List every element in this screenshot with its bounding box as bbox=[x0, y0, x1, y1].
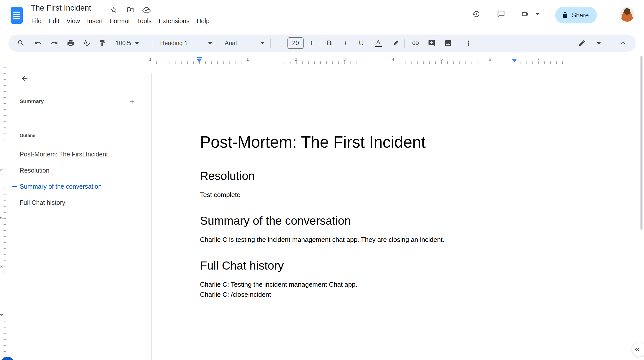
doc-heading-1[interactable]: Post-Mortem: The First Incident bbox=[200, 133, 426, 151]
ruler-label: 1 bbox=[246, 57, 249, 62]
print-icon[interactable] bbox=[64, 36, 78, 50]
bold-label: B bbox=[327, 39, 332, 47]
menu-view[interactable]: View bbox=[63, 16, 83, 26]
font-size-input[interactable]: 20 bbox=[287, 37, 304, 49]
video-call-icon[interactable] bbox=[517, 7, 533, 22]
star-icon[interactable] bbox=[109, 5, 119, 15]
menu-help[interactable]: Help bbox=[193, 16, 213, 26]
lock-icon bbox=[562, 12, 568, 18]
paint-format-icon[interactable] bbox=[95, 36, 109, 50]
menu-format[interactable]: Format bbox=[106, 16, 133, 26]
menu-edit[interactable]: Edit bbox=[45, 16, 63, 26]
outline-item-full-chat-history[interactable]: Full Chat history bbox=[0, 194, 146, 211]
right-indent-marker[interactable] bbox=[512, 59, 517, 62]
add-comment-icon[interactable] bbox=[425, 36, 439, 50]
cloud-status-icon[interactable] bbox=[142, 5, 151, 15]
font-family-caret-icon bbox=[260, 42, 265, 44]
horizontal-ruler[interactable]: 1 1 2 3 4 5 6 7 bbox=[0, 52, 644, 64]
insert-image-icon[interactable] bbox=[441, 36, 455, 50]
doc-paragraph-chat-line1[interactable]: Charlie C: Testing the incident manageme… bbox=[200, 279, 357, 289]
search-menus-icon[interactable] bbox=[14, 36, 28, 50]
doc-paragraph-chat-line2[interactable]: Charlie C: /closeIncident bbox=[200, 289, 271, 300]
more-options-icon[interactable] bbox=[461, 36, 476, 50]
outline-item-resolution[interactable]: Resolution bbox=[0, 162, 146, 178]
add-summary-icon[interactable] bbox=[126, 95, 139, 108]
outline-item-label: Resolution bbox=[20, 167, 49, 174]
outline-section-title: Outline bbox=[20, 133, 35, 138]
menu-file[interactable]: File bbox=[28, 16, 45, 26]
toolbar-divider bbox=[458, 39, 458, 48]
version-history-icon[interactable] bbox=[469, 7, 484, 22]
zoom-select[interactable]: 100% bbox=[113, 36, 151, 50]
undo-icon[interactable] bbox=[31, 36, 45, 50]
ruler-ticks bbox=[151, 61, 563, 64]
highlight-color-icon[interactable] bbox=[389, 36, 403, 50]
docs-logo-lines bbox=[13, 12, 20, 19]
bold-button[interactable]: B bbox=[322, 36, 336, 50]
menubar: File Edit View Insert Format Tools Exten… bbox=[28, 16, 213, 26]
ruler-label: 3 bbox=[343, 57, 345, 62]
vertical-scrollbar[interactable] bbox=[640, 56, 642, 230]
toolbar-divider bbox=[320, 39, 320, 48]
left-indent-marker[interactable] bbox=[197, 59, 202, 62]
ruler-label: 7 bbox=[537, 57, 539, 62]
outline-item-post-mortem[interactable]: Post-Mortem: The First Incident bbox=[0, 146, 146, 162]
doc-heading-chat-history[interactable]: Full Chat history bbox=[200, 259, 284, 272]
toolbar-divider bbox=[218, 39, 218, 48]
font-family-value: Arial bbox=[225, 40, 237, 47]
text-color-label: A bbox=[376, 39, 380, 45]
spellcheck-icon[interactable] bbox=[80, 36, 94, 50]
bottom-left-blue-button[interactable] bbox=[1, 357, 14, 360]
decrease-font-size-icon[interactable] bbox=[272, 36, 286, 50]
underline-label: U bbox=[359, 39, 364, 47]
increase-font-size-icon[interactable] bbox=[305, 36, 319, 50]
insert-link-icon[interactable] bbox=[408, 36, 423, 50]
collapse-side-panel-button[interactable] bbox=[632, 342, 644, 357]
share-button[interactable]: Share bbox=[555, 7, 597, 23]
editing-mode-select[interactable] bbox=[576, 36, 603, 50]
zoom-caret-icon bbox=[135, 42, 139, 44]
outline-list: Post-Mortem: The First Incident Resoluti… bbox=[0, 146, 146, 211]
ruler-label: 2 bbox=[295, 57, 297, 62]
ruler-label: 5 bbox=[440, 57, 443, 62]
menu-tools[interactable]: Tools bbox=[133, 16, 155, 26]
video-call-dropdown-icon[interactable] bbox=[533, 7, 542, 22]
first-line-indent-marker[interactable] bbox=[197, 57, 202, 58]
outline-item-label: Summary of the conversation bbox=[20, 183, 102, 190]
pen-icon bbox=[578, 39, 586, 47]
ruler-label: 1 bbox=[149, 57, 151, 62]
zoom-value: 100% bbox=[115, 40, 131, 47]
doc-heading-summary[interactable]: Summary of the conversation bbox=[200, 214, 351, 227]
sidebar-divider bbox=[20, 115, 141, 115]
outline-item-label: Full Chat history bbox=[20, 199, 65, 206]
toolbar-divider bbox=[270, 39, 271, 48]
close-sidebar-back-icon[interactable] bbox=[17, 71, 33, 86]
underline-button[interactable]: U bbox=[354, 36, 368, 50]
menu-insert[interactable]: Insert bbox=[83, 16, 106, 26]
paragraph-style-value: Heading 1 bbox=[160, 40, 188, 47]
text-color-button[interactable]: A bbox=[371, 36, 385, 50]
editing-mode-caret-icon bbox=[597, 42, 601, 44]
document-title[interactable]: The First Incident bbox=[31, 4, 91, 13]
document-page[interactable]: Post-Mortem: The First Incident Resoluti… bbox=[151, 73, 563, 360]
doc-paragraph-resolution[interactable]: Test complete bbox=[200, 190, 240, 200]
share-button-label: Share bbox=[572, 12, 589, 19]
hide-menus-icon[interactable] bbox=[616, 36, 630, 50]
outline-item-summary-of-conversation[interactable]: Summary of the conversation bbox=[0, 178, 146, 194]
menu-extensions[interactable]: Extensions bbox=[155, 16, 193, 26]
redo-icon[interactable] bbox=[47, 36, 61, 50]
paragraph-style-select[interactable]: Heading 1 bbox=[158, 36, 215, 50]
move-folder-icon[interactable] bbox=[126, 5, 135, 15]
doc-paragraph-summary[interactable]: Charlie C is testing the incident manage… bbox=[200, 235, 444, 245]
paragraph-style-caret-icon bbox=[208, 42, 212, 44]
font-family-select[interactable]: Arial bbox=[222, 36, 267, 50]
doc-heading-resolution[interactable]: Resolution bbox=[200, 169, 255, 183]
user-avatar[interactable] bbox=[620, 7, 634, 22]
ruler-label: 4 bbox=[392, 57, 394, 62]
italic-button[interactable]: I bbox=[338, 36, 353, 50]
docs-logo-icon[interactable] bbox=[11, 7, 23, 24]
active-item-dash bbox=[12, 186, 17, 187]
toolbar: 100% Heading 1 Arial 20 B I U A bbox=[8, 35, 636, 52]
comments-icon[interactable] bbox=[493, 7, 509, 22]
ruler-label: 6 bbox=[489, 57, 491, 62]
